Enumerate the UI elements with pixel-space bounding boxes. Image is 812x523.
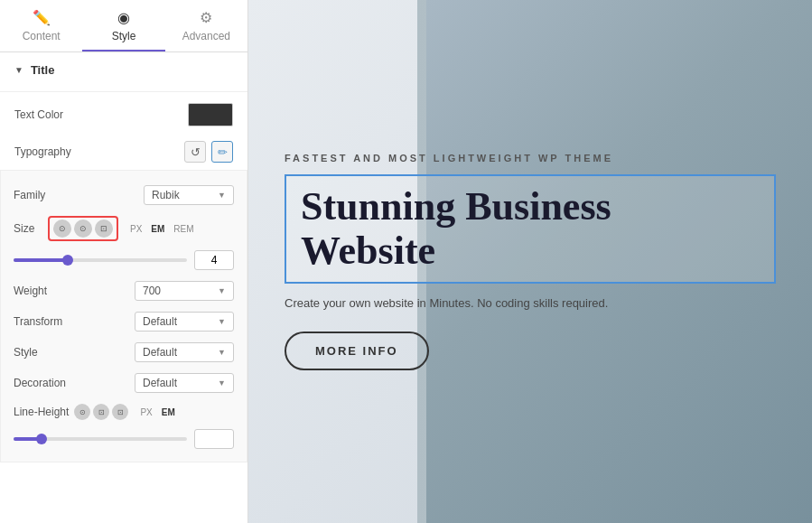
unit-px[interactable]: PX [127, 223, 145, 235]
transform-row: Transform Default ▼ [14, 306, 234, 337]
decoration-value: Default [143, 377, 177, 389]
tab-style[interactable]: ◉ Style [82, 0, 164, 51]
size-circle1-icon[interactable]: ⊙ [53, 219, 71, 238]
tab-advanced[interactable]: ⚙ Advanced [165, 0, 247, 51]
style-row: Style Default ▼ [14, 337, 234, 368]
advanced-icon: ⚙ [200, 9, 212, 26]
family-value: Rubik [152, 189, 180, 201]
tab-bar: ✏️ Content ◉ Style ⚙ Advanced [0, 0, 247, 52]
weight-value: 700 [143, 285, 161, 297]
size-slider-thumb[interactable] [62, 255, 73, 266]
size-slider-row [14, 247, 234, 276]
lh-circle3-icon[interactable]: ⊡ [112, 404, 128, 420]
lh-slider-track[interactable] [14, 437, 187, 441]
style-chevron-icon: ▼ [218, 348, 226, 357]
weight-chevron-icon: ▼ [218, 286, 226, 295]
decoration-select[interactable]: Default ▼ [135, 373, 234, 393]
preview-area: FASTEST AND MOST LIGHTWEIGHT WP THEME St… [248, 0, 812, 523]
family-row: Family Rubik ▼ [14, 180, 234, 210]
size-label: Size [14, 222, 42, 235]
decoration-label: Decoration [14, 377, 66, 389]
lh-slider-thumb[interactable] [36, 434, 47, 444]
lh-unit-px[interactable]: PX [137, 406, 154, 418]
text-color-swatch[interactable] [188, 103, 233, 126]
section-arrow-icon: ▼ [14, 65, 23, 75]
decoration-row: Decoration Default ▼ [14, 368, 234, 398]
typography-row: Typography ↺ ✏ [0, 134, 247, 170]
unit-em[interactable]: EM [148, 223, 167, 235]
tab-content[interactable]: ✏️ Content [0, 0, 82, 51]
tab-style-label: Style [112, 30, 136, 42]
typography-sub-panel: Family Rubik ▼ Size ⊙ ⊙ ⊡ PX EM REM [0, 170, 247, 462]
text-color-label: Text Color [14, 108, 78, 121]
main-title-line1: Stunning Business [301, 184, 611, 229]
main-title-line2: Website [301, 229, 435, 273]
size-input[interactable] [194, 250, 234, 270]
lh-circle2-icon[interactable]: ⊡ [93, 404, 109, 420]
typography-label: Typography [14, 145, 78, 158]
lh-slider-row [14, 425, 234, 453]
lh-unit-buttons: PX EM [137, 406, 177, 418]
line-height-label: Line-Height [14, 406, 69, 418]
description-text: Create your own website in Minutes. No c… [285, 296, 628, 310]
tab-advanced-label: Advanced [182, 30, 230, 42]
content-icon: ✏️ [33, 9, 51, 26]
unit-rem[interactable]: REM [171, 223, 196, 235]
main-title: Stunning Business Website [301, 185, 760, 273]
right-panel: ‹ FASTEST AND MOST LIGHTWEIGHT WP THEME … [248, 0, 812, 523]
style-label: Style [14, 346, 38, 359]
size-slider-track[interactable] [14, 258, 187, 262]
more-info-label: MORE INFO [315, 344, 398, 358]
typography-reset-icon[interactable]: ↺ [184, 141, 206, 163]
size-circle3-icon[interactable]: ⊡ [95, 219, 113, 238]
title-box: Stunning Business Website [285, 174, 776, 284]
typography-edit-icon[interactable]: ✏ [211, 141, 233, 163]
lh-controls: ⊙ ⊡ ⊡ [74, 404, 128, 420]
family-select[interactable]: Rubik ▼ [144, 185, 234, 205]
transform-label: Transform [14, 315, 62, 328]
weight-row: Weight 700 ▼ [14, 276, 234, 306]
line-height-row: Line-Height ⊙ ⊡ ⊡ PX EM [14, 398, 234, 425]
panel-content: ▼ Title Text Color Typography ↺ ✏ Family… [0, 52, 247, 523]
typography-icons: ↺ ✏ [184, 141, 233, 163]
weight-label: Weight [14, 285, 47, 297]
lh-circle1-icon[interactable]: ⊙ [74, 404, 90, 420]
decoration-chevron-icon: ▼ [218, 378, 226, 388]
size-circle2-icon[interactable]: ⊙ [74, 219, 92, 238]
style-value: Default [143, 346, 177, 359]
family-chevron-icon: ▼ [218, 191, 226, 200]
left-panel: ✏️ Content ◉ Style ⚙ Advanced ▼ Title Te… [0, 0, 248, 523]
unit-buttons: PX EM REM [127, 223, 197, 235]
transform-chevron-icon: ▼ [218, 317, 226, 326]
size-controls: ⊙ ⊙ ⊡ [48, 216, 118, 241]
title-section-header[interactable]: ▼ Title [0, 52, 247, 88]
family-label: Family [14, 189, 45, 201]
text-color-row: Text Color [0, 96, 247, 134]
weight-select[interactable]: 700 ▼ [135, 281, 234, 301]
style-select[interactable]: Default ▼ [135, 342, 234, 362]
tab-content-label: Content [23, 30, 61, 42]
transform-value: Default [143, 315, 177, 328]
transform-select[interactable]: Default ▼ [135, 312, 234, 332]
size-slider-fill [14, 258, 66, 262]
section-title: Title [31, 63, 55, 77]
more-info-button[interactable]: MORE INFO [285, 332, 429, 370]
style-icon: ◉ [117, 9, 130, 26]
lh-unit-em[interactable]: EM [159, 406, 178, 418]
lh-input[interactable] [194, 429, 234, 449]
subtitle-text: FASTEST AND MOST LIGHTWEIGHT WP THEME [285, 153, 776, 163]
size-row: Size ⊙ ⊙ ⊡ PX EM REM [14, 210, 234, 247]
content-overlay: FASTEST AND MOST LIGHTWEIGHT WP THEME St… [248, 0, 812, 523]
